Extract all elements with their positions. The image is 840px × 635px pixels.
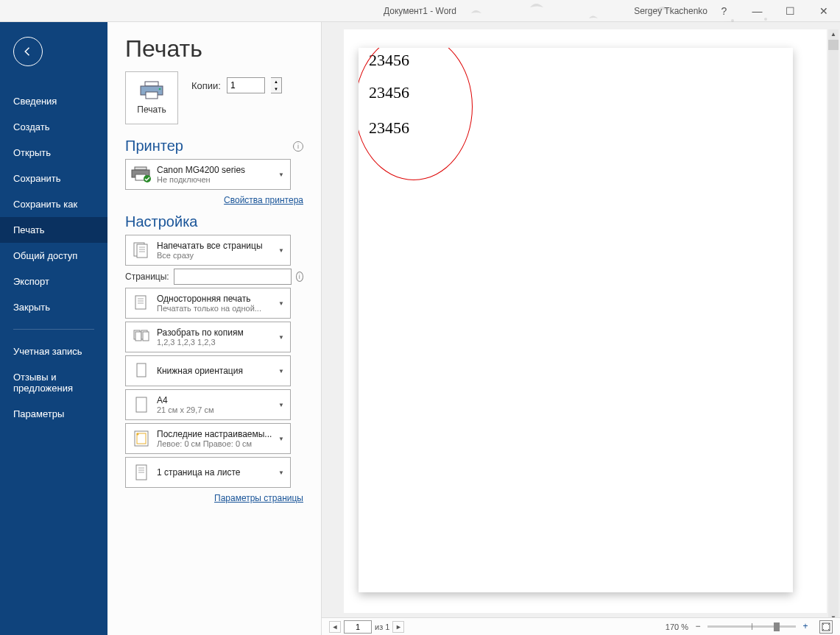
svg-rect-5 <box>146 92 158 99</box>
svg-rect-24 <box>137 363 146 377</box>
nav-options[interactable]: Параметры <box>0 401 107 427</box>
collate-icon <box>130 326 152 348</box>
chevron-down-icon: ▼ <box>278 334 287 341</box>
printer-status-icon <box>130 163 152 185</box>
nav-saveas[interactable]: Сохранить как <box>0 191 107 217</box>
help-button[interactable]: ? <box>707 0 741 22</box>
pages-info-icon[interactable]: i <box>296 272 303 282</box>
one-side-icon <box>130 292 152 314</box>
printer-section-title: Принтер <box>125 138 183 155</box>
nav-save[interactable]: Сохранить <box>0 166 107 191</box>
svg-rect-25 <box>136 397 147 412</box>
nav-open[interactable]: Открыть <box>0 140 107 166</box>
chevron-down-icon: ▼ <box>278 436 287 442</box>
print-button-label: Печать <box>137 104 166 115</box>
preview-viewport: 23456 23456 23456 <box>344 29 827 613</box>
user-name: Sergey Tkachenko <box>634 6 707 16</box>
collate-dropdown[interactable]: Разобрать по копиям 1,2,3 1,2,3 1,2,3 ▼ <box>125 322 291 352</box>
pages-input[interactable] <box>174 269 292 285</box>
printer-dropdown[interactable]: Canon MG4200 series Не подключен ▼ <box>125 159 291 190</box>
printer-info-icon[interactable]: i <box>293 141 303 152</box>
arrow-left-icon <box>21 45 35 58</box>
slider-tick <box>752 623 752 630</box>
spinner-down-icon[interactable]: ▼ <box>271 85 281 93</box>
chevron-down-icon: ▼ <box>278 469 287 476</box>
back-button[interactable] <box>13 37 43 66</box>
close-button[interactable]: ✕ <box>807 0 840 22</box>
zoom-slider[interactable] <box>707 625 796 628</box>
print-range-dropdown[interactable]: Напечатать все страницы Все сразу ▼ <box>125 235 291 266</box>
vertical-scrollbar[interactable]: ▲ ▼ <box>828 29 839 623</box>
svg-rect-3 <box>145 82 158 86</box>
nav-info[interactable]: Сведения <box>0 88 107 114</box>
copies-label: Копии: <box>191 80 221 91</box>
svg-rect-7 <box>135 167 147 170</box>
svg-point-28 <box>137 433 139 436</box>
preview-line-1: 23456 <box>369 51 409 70</box>
preview-statusbar: ◄ из 1 ► 170 % − + <box>322 617 840 635</box>
nav-divider <box>13 329 94 330</box>
slider-handle[interactable] <box>774 622 780 631</box>
print-settings-panel: Печать Печать Копии: ▲ ▼ <box>107 22 322 635</box>
preview-line-3: 23456 <box>369 118 409 138</box>
scroll-thumb[interactable] <box>828 40 839 50</box>
nav-feedback[interactable]: Отзывы и предложения <box>0 364 107 401</box>
svg-rect-23 <box>143 332 149 341</box>
settings-section-title: Настройка <box>125 213 197 230</box>
fit-to-window-button[interactable] <box>819 620 833 634</box>
page-number-input[interactable] <box>344 620 372 634</box>
nav-close[interactable]: Закрыть <box>0 294 107 320</box>
pages-label: Страницы: <box>125 272 169 282</box>
svg-rect-16 <box>135 296 146 309</box>
orientation-dropdown[interactable]: Книжная ориентация ▼ <box>125 355 291 386</box>
sides-dropdown[interactable]: Односторонняя печать Печатать только на … <box>125 288 291 319</box>
svg-point-6 <box>159 88 161 91</box>
preview-line-2: 23456 <box>369 83 409 102</box>
chevron-down-icon: ▼ <box>278 171 287 178</box>
minimize-button[interactable]: — <box>741 0 774 22</box>
nav-new[interactable]: Создать <box>0 114 107 140</box>
window-title: Документ1 - Word <box>384 6 456 16</box>
one-per-sheet-icon <box>130 461 152 483</box>
spinner-up-icon[interactable]: ▲ <box>271 78 281 85</box>
scroll-up-icon[interactable]: ▲ <box>828 29 839 40</box>
chevron-down-icon: ▼ <box>278 300 287 307</box>
window-controls: ? — ☐ ✕ <box>707 0 840 22</box>
print-button[interactable]: Печать <box>125 71 178 124</box>
portrait-icon <box>130 360 152 382</box>
page-of-label: из 1 <box>375 622 389 631</box>
margins-dropdown[interactable]: Последние настраиваемы... Левое: 0 см Пр… <box>125 423 291 454</box>
svg-rect-21 <box>135 332 141 341</box>
backstage-sidebar: Сведения Создать Открыть Сохранить Сохра… <box>0 22 107 635</box>
next-page-button[interactable]: ► <box>392 621 404 633</box>
margins-icon <box>130 428 152 450</box>
printer-name: Canon MG4200 series <box>157 165 278 175</box>
chevron-down-icon: ▼ <box>278 368 287 375</box>
chevron-down-icon: ▼ <box>278 247 287 254</box>
chevron-down-icon: ▼ <box>278 402 287 408</box>
print-preview: 23456 23456 23456 ▲ ▼ ◄ ► ◄ <box>322 22 840 635</box>
title-bar: Документ1 - Word Sergey Tkachenko ? — ☐ … <box>0 0 840 22</box>
page-setup-link[interactable]: Параметры страницы <box>214 493 303 503</box>
copies-spinner[interactable]: ▲ ▼ <box>271 77 282 93</box>
nav-account[interactable]: Учетная запись <box>0 338 107 364</box>
nav-print[interactable]: Печать <box>0 217 107 243</box>
zoom-in-button[interactable]: + <box>800 622 811 632</box>
preview-page[interactable]: 23456 23456 23456 <box>359 48 793 592</box>
paper-size-dropdown[interactable]: A4 21 см x 29,7 см ▼ <box>125 389 291 420</box>
pages-icon <box>130 239 152 261</box>
svg-rect-12 <box>137 244 147 258</box>
printer-properties-link[interactable]: Свойства принтера <box>224 195 303 205</box>
zoom-out-button[interactable]: − <box>693 622 703 632</box>
printer-icon <box>139 81 164 100</box>
nav-share[interactable]: Общий доступ <box>0 243 107 269</box>
nav-export[interactable]: Экспорт <box>0 269 107 294</box>
copies-input[interactable] <box>227 77 265 93</box>
page-title: Печать <box>125 35 303 63</box>
prev-page-button[interactable]: ◄ <box>329 621 341 633</box>
page-size-icon <box>130 394 152 416</box>
maximize-button[interactable]: ☐ <box>774 0 807 22</box>
pages-per-sheet-dropdown[interactable]: 1 страница на листе ▼ <box>125 457 291 488</box>
printer-status: Не подключен <box>157 175 278 184</box>
zoom-value: 170 % <box>666 622 688 631</box>
